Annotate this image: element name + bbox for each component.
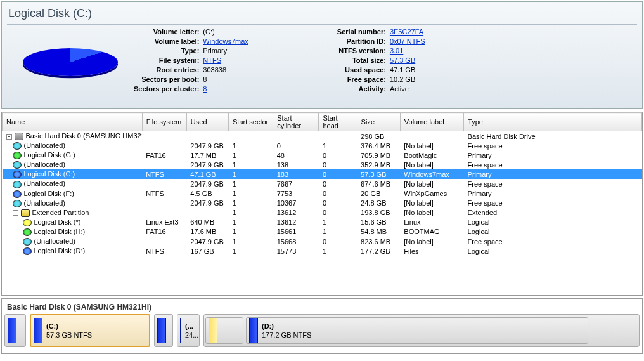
disk-icon (23, 228, 32, 236)
disk-icon (13, 171, 22, 178)
table-row[interactable]: (Unallocated)2047.9 GB101376.4 MB[No lab… (3, 141, 642, 150)
row-name: (Unallocated) (24, 180, 65, 187)
property-value[interactable]: 57.3 GB (390, 56, 415, 64)
disk-icon (23, 219, 32, 226)
disk-icon (13, 161, 22, 169)
column-header[interactable]: Type (464, 113, 642, 131)
disk-map-label: (C:)57.3 GB NTFS (46, 322, 92, 339)
table-row[interactable]: -Extended Partition1136120193.8 GB[No la… (3, 208, 642, 218)
table-row[interactable]: (Unallocated)2047.9 GB110367024.8 GB[No … (3, 199, 642, 208)
property-value: 303838 (203, 66, 226, 74)
pie-chart (7, 27, 134, 97)
column-header[interactable]: Used (186, 113, 228, 131)
row-name: Logical Disk (*) (34, 218, 81, 226)
row-name: (Unallocated) (24, 199, 65, 207)
row-name: Logical Disk (G:) (24, 151, 75, 159)
property-value[interactable]: Windows7max (203, 37, 248, 45)
column-header[interactable]: File system (142, 113, 186, 131)
property-value[interactable]: 3E5C27FA (390, 28, 423, 36)
panel-title: Logical Disk (C:) (7, 4, 637, 25)
property-value: 10.2 GB (390, 75, 415, 83)
column-header[interactable]: Start sector (229, 113, 273, 131)
property-value: 8 (203, 75, 207, 83)
column-header[interactable]: Size (357, 113, 400, 131)
property-value[interactable]: 0x07 NTFS (390, 37, 425, 45)
table-row[interactable]: Logical Disk (F:)NTFS4.5 GB17753020 GBWi… (3, 189, 642, 199)
disk-map-title: Basic Hard Disk 0 (SAMSUNG HM321HI) (4, 301, 640, 314)
property-value: (C:) (203, 28, 214, 36)
property-value: 47.1 GB (390, 66, 415, 74)
properties-column-left: Volume letter:Volume label:Type:File sys… (134, 27, 248, 94)
disk-icon (13, 200, 22, 207)
disk-icon (21, 209, 30, 217)
property-value[interactable]: 3.01 (390, 47, 403, 55)
disk-swatch (180, 318, 181, 343)
disk-icon (13, 142, 22, 150)
disk-map-block[interactable] (205, 317, 243, 344)
row-name: (Unallocated) (24, 161, 65, 168)
tree-toggle[interactable]: - (6, 134, 12, 140)
column-header[interactable]: Name (3, 113, 143, 131)
property-value[interactable]: NTFS (203, 56, 221, 64)
disk-map-block[interactable]: (D:)177.2 GB NTFS (246, 317, 588, 344)
row-name: Extended Partition (32, 209, 89, 216)
disk-map-block[interactable]: (C:)57.3 GB NTFS (30, 314, 150, 347)
row-name: Logical Disk (D:) (34, 247, 86, 254)
table-row[interactable]: (Unallocated)2047.9 GB11380352.9 MB[No l… (3, 160, 642, 169)
disk-swatch (34, 318, 42, 343)
table-row[interactable]: (Unallocated)2047.9 GB176670674.6 MB[No … (3, 179, 642, 188)
table-row[interactable]: Logical Disk (H:)FAT1617.6 MB115661154.8… (3, 227, 642, 237)
property-value: Primary (203, 47, 227, 55)
table-row[interactable]: -Basic Hard Disk 0 (SAMSUNG HM321HI)298 … (3, 131, 642, 141)
disk-swatch (8, 318, 16, 343)
row-name: Logical Disk (C:) (24, 170, 75, 178)
row-name: Logical Disk (H:) (34, 228, 86, 235)
property-value: Active (390, 85, 409, 93)
disk-map-panel: Basic Hard Disk 0 (SAMSUNG HM321HI) (C:)… (1, 298, 643, 354)
column-header[interactable]: Start head (319, 113, 357, 131)
disk-swatch (157, 318, 166, 343)
disk-icon (23, 247, 32, 255)
disk-icon (23, 238, 32, 246)
partition-table[interactable]: NameFile systemUsedStart sectorStart cyl… (1, 112, 643, 296)
table-row[interactable]: (Unallocated)2047.9 GB1156680823.6 MB[No… (3, 237, 642, 246)
table-row[interactable]: Logical Disk (*)Linux Ext3640 MB11361211… (3, 218, 642, 227)
disk-map-block[interactable] (4, 314, 26, 347)
volume-info-panel: Logical Disk (C:) Volume letter:Volume l… (1, 1, 643, 109)
column-header[interactable]: Start cylinder (273, 113, 319, 131)
disk-swatch (249, 318, 258, 343)
disk-icon (15, 133, 23, 140)
disk-icon (13, 190, 22, 198)
disk-icon (13, 152, 22, 159)
table-row[interactable]: Logical Disk (C:)NTFS47.1 GB1183057.3 GB… (3, 169, 642, 179)
disk-map-block[interactable]: (...24... (177, 314, 200, 347)
disk-map-block[interactable] (154, 314, 173, 347)
row-name: (Unallocated) (34, 237, 75, 245)
row-name: (Unallocated) (24, 141, 65, 149)
extended-partition-container: (D:)177.2 GB NTFS (203, 314, 640, 347)
tree-toggle[interactable]: - (13, 210, 18, 216)
table-row[interactable]: Logical Disk (D:)NTFS167 GB1157731177.2 … (3, 246, 642, 256)
property-value[interactable]: 8 (203, 85, 207, 93)
properties-column-right: Serial number:Partition ID:NTFS version:… (337, 27, 425, 94)
column-header[interactable]: Volume label (400, 113, 463, 131)
disk-map-label: (...24... (185, 322, 198, 339)
disk-swatch (209, 318, 217, 343)
row-name: Basic Hard Disk 0 (SAMSUNG HM321HI) (26, 132, 143, 140)
row-name: Logical Disk (F:) (24, 190, 74, 197)
disk-map-label: (D:)177.2 GB NTFS (262, 322, 311, 339)
table-row[interactable]: Logical Disk (G:)FAT1617.7 MB1480705.9 M… (3, 150, 642, 160)
disk-icon (13, 181, 22, 188)
